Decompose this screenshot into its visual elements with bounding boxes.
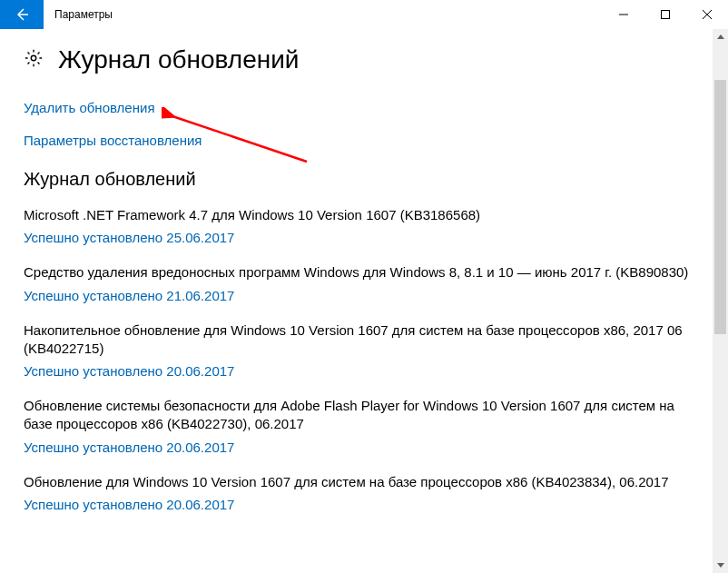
page-title: Журнал обновлений (58, 45, 299, 74)
update-name: Накопительное обновление для Windows 10 … (24, 321, 704, 359)
section-title: Журнал обновлений (24, 169, 704, 190)
window-title: Параметры (44, 0, 603, 29)
scroll-down-button[interactable] (713, 558, 728, 573)
recovery-options-link[interactable]: Параметры восстановления (24, 133, 202, 148)
minimize-button[interactable] (603, 0, 644, 29)
gear-icon (24, 48, 44, 72)
arrow-left-icon (15, 7, 29, 22)
update-item: Обновление для Windows 10 Version 1607 д… (24, 473, 704, 512)
minimize-icon (619, 10, 628, 19)
update-item: Накопительное обновление для Windows 10 … (24, 321, 704, 380)
scrollbar[interactable] (713, 29, 728, 573)
update-name: Обновление для Windows 10 Version 1607 д… (24, 473, 704, 491)
update-name: Microsoft .NET Framework 4.7 для Windows… (24, 206, 704, 224)
maximize-icon (661, 10, 670, 19)
chevron-up-icon (717, 35, 724, 39)
close-icon (703, 10, 712, 19)
maximize-button[interactable] (644, 0, 686, 29)
update-status[interactable]: Успешно установлено 20.06.2017 (24, 497, 704, 512)
titlebar: Параметры (0, 0, 728, 29)
update-status[interactable]: Успешно установлено 20.06.2017 (24, 440, 704, 455)
window-controls (603, 0, 728, 29)
content-area: Журнал обновлений Удалить обновления Пар… (0, 29, 728, 512)
back-button[interactable] (0, 0, 44, 29)
close-button[interactable] (686, 0, 728, 29)
update-item: Microsoft .NET Framework 4.7 для Windows… (24, 206, 704, 245)
chevron-down-icon (717, 563, 724, 568)
update-name: Средство удаления вредоносных программ W… (24, 263, 704, 282)
update-status[interactable]: Успешно установлено 20.06.2017 (24, 363, 704, 379)
scrollbar-thumb[interactable] (714, 80, 726, 334)
update-status[interactable]: Успешно установлено 21.06.2017 (24, 288, 704, 303)
update-status[interactable]: Успешно установлено 25.06.2017 (24, 230, 704, 245)
scroll-up-button[interactable] (713, 29, 728, 44)
svg-point-1 (31, 55, 36, 61)
update-item: Обновление системы безопасности для Adob… (24, 397, 704, 455)
svg-rect-0 (662, 11, 670, 19)
update-item: Средство удаления вредоносных программ W… (24, 263, 704, 302)
page-header: Журнал обновлений (24, 45, 704, 74)
uninstall-updates-link[interactable]: Удалить обновления (24, 100, 155, 115)
update-name: Обновление системы безопасности для Adob… (24, 397, 704, 434)
